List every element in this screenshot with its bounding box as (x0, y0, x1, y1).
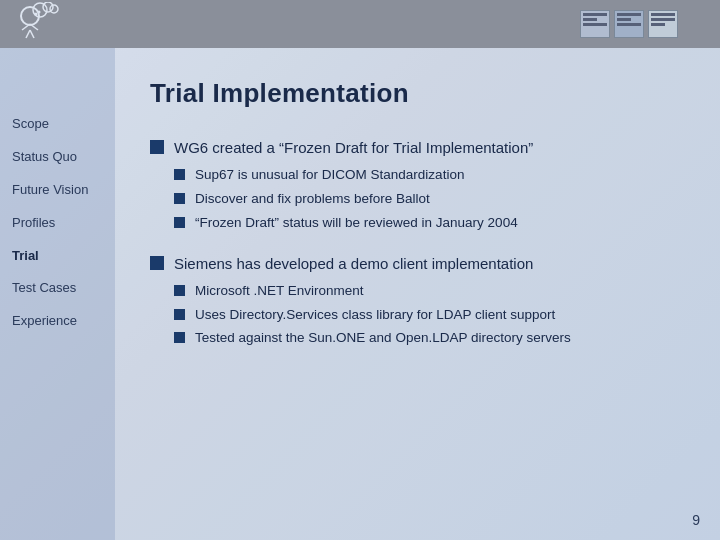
main-content: Trial Implementation WG6 created a “Froz… (115, 48, 720, 540)
bullet-icon-sub-1-1 (174, 169, 185, 180)
sidebar: Scope Status Quo Future Vision Profiles … (0, 48, 115, 540)
svg-point-9 (38, 11, 41, 14)
bullet-main-1: WG6 created a “Frozen Draft for Trial Im… (150, 137, 685, 158)
bullet-text-sub-1-1: Sup67 is unusual for DICOM Standardizati… (195, 166, 464, 185)
bullet-sub-1-3: “Frozen Draft” status will be reviewed i… (174, 214, 685, 233)
top-bar (0, 0, 720, 48)
bullet-icon-sub-2-1 (174, 285, 185, 296)
sidebar-item-status-quo[interactable]: Status Quo (0, 141, 115, 174)
bullet-text-sub-2-3: Tested against the Sun.ONE and Open.LDAP… (195, 329, 571, 348)
page-number: 9 (692, 512, 700, 528)
section-1: WG6 created a “Frozen Draft for Trial Im… (150, 137, 685, 233)
top-right-diagram (580, 4, 700, 44)
bullet-icon-sub-1-2 (174, 193, 185, 204)
diagram-block-1 (580, 10, 610, 38)
svg-line-6 (26, 30, 30, 38)
bullet-sub-2-2: Uses Directory.Services class library fo… (174, 306, 685, 325)
bullet-text-sub-2-2: Uses Directory.Services class library fo… (195, 306, 555, 325)
bullet-icon-main-1 (150, 140, 164, 154)
section-2: Siemens has developed a demo client impl… (150, 253, 685, 349)
sidebar-item-test-cases[interactable]: Test Cases (0, 272, 115, 305)
sidebar-item-future-vision[interactable]: Future Vision (0, 174, 115, 207)
bullet-icon-sub-2-3 (174, 332, 185, 343)
sidebar-item-experience[interactable]: Experience (0, 305, 115, 338)
svg-point-1 (43, 2, 53, 12)
svg-line-7 (30, 30, 34, 38)
diagram-block-3 (648, 10, 678, 38)
sidebar-item-trial[interactable]: Trial (0, 240, 115, 273)
sidebar-item-profiles[interactable]: Profiles (0, 207, 115, 240)
svg-point-2 (50, 5, 58, 13)
diagram-block-2 (614, 10, 644, 38)
logo-icon (10, 2, 65, 46)
bullet-text-main-2: Siemens has developed a demo client impl… (174, 253, 533, 274)
bullet-icon-sub-2-2 (174, 309, 185, 320)
bullet-text-sub-1-3: “Frozen Draft” status will be reviewed i… (195, 214, 518, 233)
sub-bullets-1: Sup67 is unusual for DICOM Standardizati… (174, 166, 685, 233)
bullet-sub-2-3: Tested against the Sun.ONE and Open.LDAP… (174, 329, 685, 348)
page-title: Trial Implementation (150, 78, 685, 109)
svg-point-8 (35, 13, 38, 16)
bullet-icon-main-2 (150, 256, 164, 270)
bullet-sub-2-1: Microsoft .NET Environment (174, 282, 685, 301)
bullet-text-sub-1-2: Discover and fix problems before Ballot (195, 190, 430, 209)
bullet-main-2: Siemens has developed a demo client impl… (150, 253, 685, 274)
bullet-text-sub-2-1: Microsoft .NET Environment (195, 282, 364, 301)
sub-bullets-2: Microsoft .NET Environment Uses Director… (174, 282, 685, 349)
bullet-text-main-1: WG6 created a “Frozen Draft for Trial Im… (174, 137, 533, 158)
bullet-sub-1-1: Sup67 is unusual for DICOM Standardizati… (174, 166, 685, 185)
bullet-sub-1-2: Discover and fix problems before Ballot (174, 190, 685, 209)
sidebar-item-scope[interactable]: Scope (0, 108, 115, 141)
bullet-icon-sub-1-3 (174, 217, 185, 228)
